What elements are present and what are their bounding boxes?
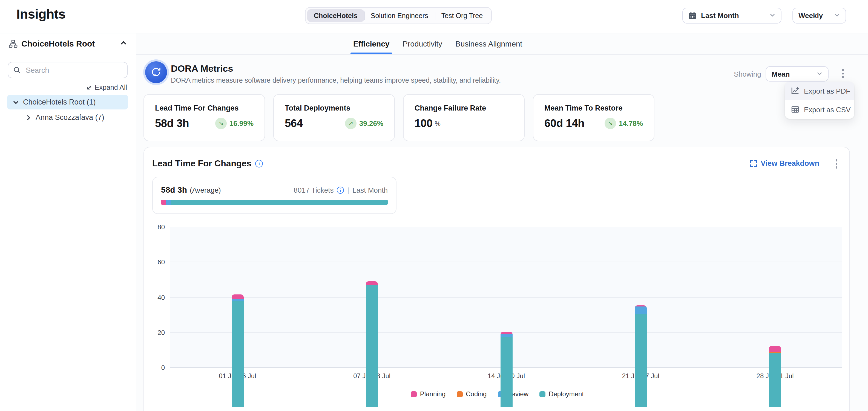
dora-kebab-menu-button[interactable]: [839, 67, 846, 80]
chevron-down-icon: [816, 70, 823, 78]
bar-segment-deployment: [635, 314, 647, 407]
metric-delta-badge: ↘16.99%: [215, 118, 253, 129]
org-tab-solution-engineers[interactable]: Solution Engineers: [364, 9, 435, 22]
sidebar-header[interactable]: ChoiceHotels Root: [0, 33, 136, 54]
phase-segment-review: [166, 200, 171, 205]
expand-all-label: Expand All: [95, 84, 127, 92]
view-breakdown-label: View Breakdown: [761, 159, 819, 168]
metric-card-title: Lead Time For Changes: [155, 104, 253, 112]
metric-cards-row: Lead Time For Changes58d 3h↘16.99%Total …: [144, 94, 654, 141]
granularity-select[interactable]: Weekly: [793, 8, 846, 24]
metric-card-value: 60d 14h: [544, 117, 584, 130]
y-axis-tick-label: 80: [146, 223, 165, 231]
chevron-down-icon: [834, 11, 840, 20]
tree-node-label: Anna Scozzafava (7): [36, 113, 104, 122]
dora-metrics-title: DORA Metrics: [171, 64, 233, 74]
aggregation-select[interactable]: Mean: [766, 66, 829, 81]
active-tab-underline: [350, 53, 392, 54]
date-range-select[interactable]: Last Month: [682, 8, 781, 24]
bar-segment-deployment: [231, 301, 243, 407]
legend-item-coding[interactable]: Coding: [457, 390, 487, 398]
metric-delta-value: 14.78%: [619, 119, 643, 128]
org-tab-test-org-tree[interactable]: Test Org Tree: [435, 9, 489, 22]
view-breakdown-button[interactable]: View Breakdown: [750, 159, 819, 168]
tree-node-anna-scozzafava-7-[interactable]: Anna Scozzafava (7): [7, 110, 128, 125]
chevron-right-icon[interactable]: [25, 114, 32, 121]
org-tab-choicehotels[interactable]: ChoiceHotels: [307, 9, 364, 22]
legend-swatch: [411, 391, 417, 397]
chevron-down-icon: [769, 11, 775, 20]
average-value: 58d 3h: [161, 185, 187, 194]
tab-productivity[interactable]: Productivity: [403, 39, 442, 48]
calendar-icon: [688, 11, 696, 20]
search-icon: [13, 66, 21, 74]
tab-business-alignment[interactable]: Business Alignment: [455, 39, 522, 48]
info-icon[interactable]: i: [337, 186, 344, 194]
tree-node-choicehotels-root-1-[interactable]: ChoiceHotels Root (1): [7, 95, 128, 109]
chart-legend: PlanningCodingReviewDeployment: [144, 390, 850, 398]
metric-card-value: 564: [285, 117, 303, 130]
info-icon[interactable]: i: [255, 160, 263, 168]
gridline: [170, 297, 842, 298]
y-axis-tick-label: 20: [146, 329, 165, 337]
search-input[interactable]: [25, 65, 107, 75]
tree-node-label: ChoiceHotels Root (1): [23, 98, 96, 106]
metric-card-value: 100: [414, 117, 433, 130]
aggregation-value: Mean: [772, 70, 790, 78]
metric-delta-badge: ↘14.78%: [604, 118, 643, 129]
metric-card-mean-time-to-restore: Mean Time To Restore60d 14h↘14.78%: [533, 94, 654, 141]
legend-item-planning[interactable]: Planning: [411, 390, 445, 398]
bar-segment-planning: [366, 281, 378, 285]
dora-metrics-subtitle: DORA metrics measure software delivery p…: [171, 77, 501, 84]
section-kebab-menu-button[interactable]: [833, 157, 839, 170]
trend-down-icon: ↘: [604, 118, 616, 129]
metric-card-change-failure-rate: Change Failure Rate100%: [403, 94, 525, 141]
stacked-bar-07-jul-13-jul[interactable]: [366, 281, 378, 407]
legend-item-deployment[interactable]: Deployment: [539, 390, 584, 398]
menu-item-export-as-pdf[interactable]: Export as PDF: [785, 81, 854, 100]
y-axis-tick-label: 40: [146, 294, 165, 301]
bar-segment-deployment: [366, 285, 378, 407]
y-axis-tick-label: 0: [146, 364, 165, 372]
tab-efficiency[interactable]: Efficiency: [353, 39, 390, 48]
average-summary-card: 58d 3h (Average) 8017 Tickets i | Last M…: [152, 177, 397, 214]
export-menu: Export as PDFExport as CSV: [785, 81, 854, 119]
metric-card-value: 58d 3h: [155, 117, 189, 130]
separator: |: [347, 186, 349, 194]
tabs-divider: [136, 54, 868, 55]
stacked-bar-01-jul-06-jul[interactable]: [231, 295, 243, 407]
legend-label: Coding: [466, 390, 487, 398]
bar-segment-planning: [500, 331, 512, 334]
bar-segment-deployment: [769, 353, 781, 407]
expand-all-button[interactable]: Expand All: [86, 84, 127, 92]
date-range-value: Last Month: [701, 11, 739, 20]
metric-card-title: Total Deployments: [285, 104, 383, 112]
stacked-bar-28-jul-31-jul[interactable]: [769, 346, 781, 407]
tickets-count: 8017 Tickets: [294, 186, 334, 194]
y-axis-tick-label: 60: [146, 259, 165, 266]
org-tree-sidebar: ChoiceHotels Root Expand All ChoiceHotel…: [0, 33, 136, 411]
sidebar-root-label: ChoiceHotels Root: [21, 39, 95, 48]
phase-segment-planning: [161, 200, 166, 205]
expand-diagonal-icon: [86, 84, 93, 91]
menu-item-export-as-csv[interactable]: Export as CSV: [785, 100, 854, 119]
metric-card-total-deployments: Total Deployments564↗39.26%: [273, 94, 395, 141]
chevron-down-icon[interactable]: [12, 99, 19, 105]
legend-swatch: [457, 391, 463, 397]
stacked-bar-14-jul-20-jul[interactable]: [500, 331, 512, 407]
legend-label: Planning: [420, 390, 445, 398]
org-segmented-control: ChoiceHotelsSolution EngineersTest Org T…: [305, 7, 492, 24]
chevron-up-icon[interactable]: [120, 39, 127, 48]
fullscreen-corners-icon: [750, 160, 757, 167]
average-label: (Average): [190, 186, 221, 194]
legend-swatch: [539, 391, 546, 397]
phase-distribution-bar: [161, 200, 388, 205]
org-chart-icon: [9, 39, 18, 48]
top-header: Insights ChoiceHotelsSolution EngineersT…: [0, 0, 868, 33]
menu-item-label: Export as CSV: [804, 105, 851, 113]
lead-time-chart: 020406080 01 Jul-06 Jul07 Jul-13 Jul14 J…: [144, 227, 850, 408]
metric-delta-badge: ↗39.26%: [345, 118, 383, 129]
stacked-bar-21-jul-27-jul[interactable]: [635, 305, 647, 407]
section-title: Lead Time For Changes: [152, 159, 251, 169]
sidebar-search[interactable]: [8, 62, 128, 78]
